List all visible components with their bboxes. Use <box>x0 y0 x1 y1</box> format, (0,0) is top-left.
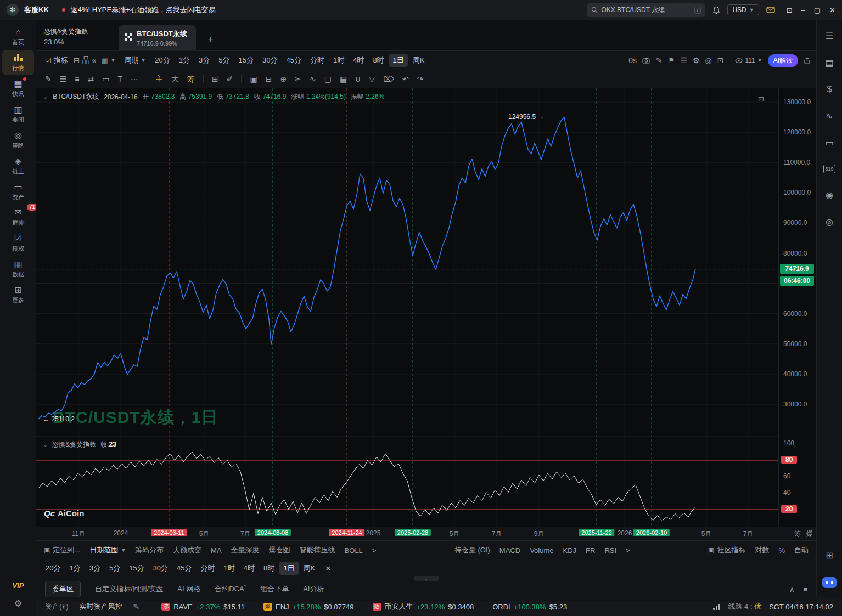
sidebar-item-news-flash[interactable]: ▤快讯 <box>2 76 34 101</box>
rewind-icon[interactable]: « <box>92 56 96 65</box>
panel-menu-icon[interactable]: ≡ <box>803 585 807 594</box>
indicator-自动[interactable]: 自动 <box>794 545 809 555</box>
timeframe-20分[interactable]: 20分 <box>151 54 173 67</box>
sidebar-item-strategy[interactable]: ◎策略 <box>2 127 34 152</box>
camera-icon[interactable]: ◉ <box>826 190 833 200</box>
panel-list-icon[interactable]: ☰ <box>826 31 833 41</box>
sidebar-item-more[interactable]: ⊞更多 <box>2 282 34 307</box>
layout-grid-icon[interactable]: 品 <box>82 55 89 65</box>
wave-icon[interactable]: ∿ <box>310 75 316 83</box>
calendar-519-icon[interactable]: 519 <box>823 165 835 173</box>
channels-tool-icon[interactable]: ≡ <box>75 75 79 83</box>
timeframe-周K[interactable]: 周K <box>300 562 319 575</box>
chart-fullscreen-icon[interactable]: ⊡ <box>758 95 764 103</box>
indicator-持仓量 (OI)[interactable]: 持仓量 (OI) <box>454 545 490 555</box>
price-axis[interactable]: 130000.0120000.0110000.0100000.090000.08… <box>778 88 816 527</box>
indicator-BOLL[interactable]: BOLL <box>345 546 363 555</box>
ticker-ORDI[interactable]: ORDI+100.38%$5.23 <box>492 602 567 612</box>
collapse-chevron-icon[interactable]: ⌄ <box>43 93 48 100</box>
pencil-tool-icon[interactable]: ✎ <box>45 75 52 83</box>
box-select-icon[interactable]: ▢ <box>324 75 332 83</box>
panel-tab-合约DCA[interactable]: 合约DCA° <box>215 584 246 594</box>
apps-grid-icon[interactable]: ⊞ <box>826 550 833 561</box>
measure-icon[interactable]: ⊟ <box>266 75 272 83</box>
sidebar-item-data[interactable]: ▦数据 <box>2 256 34 281</box>
line-status[interactable]: 线路 4 : 优 <box>728 602 761 612</box>
timeframe-5分[interactable]: 5分 <box>105 562 124 575</box>
redo-icon[interactable]: ↷ <box>417 75 424 83</box>
maximize-icon[interactable]: ▢ <box>814 6 821 14</box>
timeframe-1日[interactable]: 1日 <box>389 54 408 67</box>
news-feed-icon[interactable]: ▤ <box>825 58 833 68</box>
indicators-button[interactable]: ☑指标 <box>42 55 71 65</box>
edit-pencil-icon[interactable]: ✎ <box>133 602 140 611</box>
timeframe-4时[interactable]: 4时 <box>349 54 368 67</box>
sidebar-item-group-chat[interactable]: ✉群聊71 <box>2 205 34 230</box>
axis-corner-button-筹[interactable]: 筹 <box>794 529 801 539</box>
mail-icon[interactable] <box>765 7 777 13</box>
indicator-日期范围[interactable]: 日期范围▼ <box>89 545 126 555</box>
lines-tool-icon[interactable]: ☰ <box>60 75 67 83</box>
layout-mode-icon[interactable]: ⊡ <box>787 6 793 14</box>
flag-icon[interactable]: ⚑ <box>668 56 675 65</box>
indicator-MA[interactable]: MA <box>211 546 222 555</box>
more-tools-icon[interactable]: ⋯ <box>131 75 138 83</box>
indicator-对数[interactable]: 对数 <box>755 545 769 555</box>
assistant-robot-icon[interactable] <box>822 577 837 588</box>
share-icon[interactable] <box>804 57 811 64</box>
sidebar-item-vip[interactable]: VIP <box>13 577 24 594</box>
bell-icon[interactable] <box>711 6 722 14</box>
tab-fear-greed-index[interactable]: 恐惧&贪婪指数 23 0% <box>44 27 88 50</box>
clip-icon[interactable]: ✂ <box>295 75 301 83</box>
indicator-全量深度[interactable]: 全量深度 <box>231 545 260 555</box>
indicator-FR[interactable]: FR <box>586 546 595 555</box>
coin-icon[interactable]: ◎ <box>826 217 833 227</box>
sidebar-item-home[interactable]: ⌂首页 <box>2 24 34 49</box>
indicator->[interactable]: > <box>372 546 377 555</box>
timeframe-1分[interactable]: 1分 <box>175 54 194 67</box>
overlay-icon[interactable]: ▣ <box>250 75 257 83</box>
sidebar-item-assets[interactable]: ▭资产 <box>2 179 34 204</box>
gear-icon[interactable]: ⚙ <box>693 56 700 65</box>
search-input[interactable]: OKX BTC/USDT 永续 / <box>587 3 705 17</box>
timeframe-15分[interactable]: 15分 <box>235 54 257 67</box>
asset-label[interactable]: 资产(₮) <box>45 602 69 612</box>
panel-drag-handle[interactable]: ⌄ <box>414 576 439 581</box>
timeframe-8时[interactable]: 8时 <box>260 562 278 575</box>
panel-tab-AI分析[interactable]: AI分析 <box>303 584 324 594</box>
timeframe-分时[interactable]: 分时 <box>306 54 328 67</box>
indicator-爆仓图[interactable]: 爆仓图 <box>269 545 290 555</box>
large-view-toggle[interactable]: 大 <box>171 75 179 83</box>
viewers-counter[interactable]: 111 ▼ <box>735 56 762 64</box>
timeframe-1时[interactable]: 1时 <box>329 54 348 67</box>
timeframe-30分[interactable]: 30分 <box>259 54 281 67</box>
indicator-RSI[interactable]: RSI <box>604 546 616 555</box>
indicator-Volume[interactable]: Volume <box>530 546 553 555</box>
timeframe-周K[interactable]: 周K <box>409 54 429 67</box>
signal-chart-icon[interactable]: ∿ <box>826 111 833 121</box>
indicator->[interactable]: > <box>626 546 630 555</box>
monitor-icon[interactable]: ▭ <box>825 138 833 148</box>
indicator-筹码分布[interactable]: 筹码分布 <box>135 545 164 555</box>
timeframe-5分[interactable]: 5分 <box>215 54 233 67</box>
tab-btc-usdt-perp[interactable]: BTC/USDT永续 74716.9 0.99% <box>119 25 196 50</box>
timeframe-15分[interactable]: 15分 <box>125 562 148 575</box>
indicator-大额成交[interactable]: 大额成交 <box>173 545 201 555</box>
magnet-icon[interactable]: ∪ <box>355 75 361 83</box>
indicator-社区指标[interactable]: ▣社区指标 <box>708 545 745 555</box>
timeframe-1日[interactable]: 1日 <box>279 562 298 575</box>
compare-icon[interactable]: ⊟ <box>74 56 80 65</box>
sidebar-item-authorization[interactable]: ☑授权 <box>2 230 34 256</box>
sidebar-item-onchain[interactable]: ◈链上 <box>2 153 34 178</box>
indicator-MACD[interactable]: MACD <box>499 546 520 555</box>
timeframe-45分[interactable]: 45分 <box>173 562 195 575</box>
undo-icon[interactable]: ↶ <box>402 75 409 83</box>
panel-tab-委单区[interactable]: 委单区 <box>45 581 81 597</box>
currency-dropdown[interactable]: USD ▼ <box>727 4 759 15</box>
indicator-%[interactable]: % <box>778 546 785 555</box>
timeframe-4时[interactable]: 4时 <box>240 562 259 575</box>
rect-tool-icon[interactable]: ▭ <box>102 75 109 83</box>
timeframe-1分[interactable]: 1分 <box>65 562 84 575</box>
chart-style-dropdown[interactable]: ▥▼ <box>98 56 119 65</box>
ticker-币安人生[interactable]: 热币安人生+23.12%$0.3408 <box>373 602 474 612</box>
